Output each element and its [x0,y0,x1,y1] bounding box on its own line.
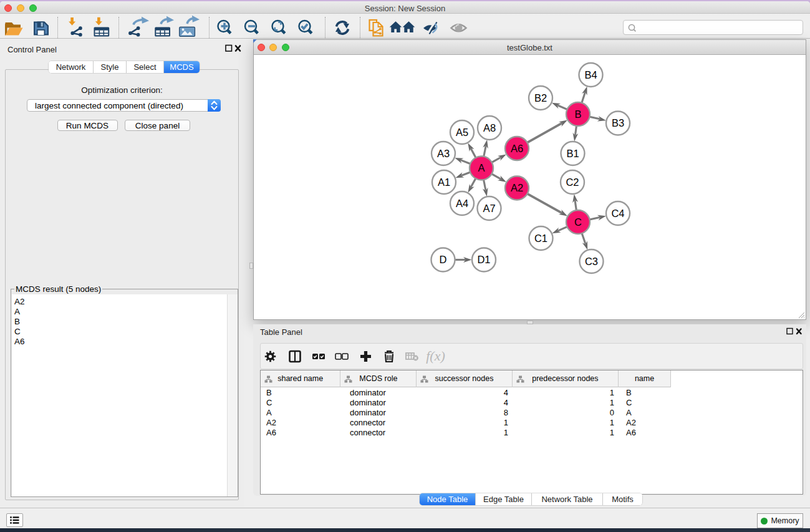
svg-text:A7: A7 [483,203,495,214]
svg-text:B2: B2 [534,92,547,104]
svg-text:C4: C4 [611,208,624,219]
svg-text:A1: A1 [438,177,450,188]
svg-text:B4: B4 [584,69,597,80]
svg-text:A6: A6 [511,143,523,154]
svg-text:B1: B1 [566,148,579,159]
svg-text:C2: C2 [566,177,579,188]
svg-text:A8: A8 [483,122,496,133]
svg-text:A: A [478,162,485,173]
svg-text:A5: A5 [456,127,468,138]
svg-text:C3: C3 [585,256,598,267]
svg-text:A2: A2 [511,182,523,193]
svg-text:D: D [440,254,447,265]
svg-text:C1: C1 [534,233,547,244]
svg-text:D1: D1 [477,254,490,265]
svg-text:B3: B3 [612,117,624,128]
svg-text:A3: A3 [437,148,450,159]
svg-text:A4: A4 [456,198,468,209]
svg-text:f(x): f(x) [426,348,445,364]
svg-text:C: C [574,216,582,228]
svg-text:B: B [574,109,581,120]
